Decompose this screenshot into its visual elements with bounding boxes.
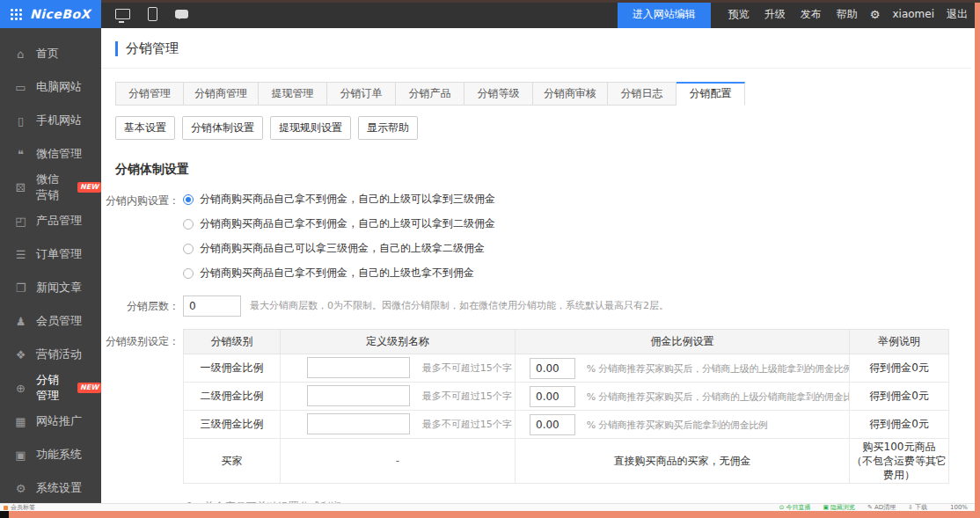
name-hint: 最多不可超过15个字 — [422, 362, 512, 374]
marketing-icon: ⚄ — [14, 181, 27, 194]
rate-input[interactable] — [530, 386, 575, 407]
sidebar-item[interactable]: ▣ 功能系统 — [0, 438, 101, 471]
rate-cell: % 分销商推荐买家购买后，分销商上级的上级能拿到的佣金比例 — [516, 354, 850, 383]
radio-icon[interactable] — [183, 244, 194, 254]
purchase-setting-label: 分销内购设置： — [101, 192, 179, 208]
sidebar-item[interactable]: ❖ 营销活动 — [0, 338, 101, 371]
clean-icon: ✎ — [867, 504, 873, 511]
level-name-input[interactable] — [307, 413, 410, 434]
table-row: 二级佣金比例 最多不可超过15个字 % 分销商推荐买家购买后，分销商的上级分销商… — [184, 383, 949, 411]
window-top-edge — [101, 0, 980, 3]
subtab-bar: 基本设置分销体制设置提现规则设置显示帮助 — [115, 116, 971, 140]
chat-icon[interactable] — [175, 10, 188, 18]
tab[interactable]: 分销等级 — [464, 82, 533, 106]
order-icon: ☰ — [14, 248, 27, 261]
col-header-level: 分销级别 — [184, 330, 281, 354]
sidebar-item-label: 网站推广 — [36, 413, 82, 429]
sidebar-item[interactable]: ☰ 订单管理 — [0, 237, 101, 271]
radio-option[interactable]: 分销商购买商品自己拿不到佣金，自己的上级可以拿到三级佣金 — [183, 192, 495, 207]
rate-input[interactable] — [530, 358, 575, 379]
header-link[interactable]: 帮助 — [837, 7, 858, 22]
tab[interactable]: 分销商审核 — [533, 82, 608, 106]
logo[interactable]: NiceBoX — [0, 0, 101, 28]
new-badge: NEW — [77, 182, 101, 193]
radio-icon[interactable] — [183, 219, 194, 230]
col-header-rate: 佣金比例设置 — [516, 330, 850, 354]
zoom-level[interactable]: 100% — [950, 504, 968, 511]
sidebar-item-label: 分销管理 — [36, 372, 69, 404]
radio-label: 分销商购买商品自己拿不到佣金，自己的上级可以拿到二级佣金 — [200, 216, 495, 231]
apps-grid-icon[interactable] — [10, 8, 22, 20]
level-cell: 三级佣金比例 — [184, 411, 281, 439]
sidebar-item-label: 微信管理 — [36, 146, 82, 162]
name-cell: 最多不可超过15个字 — [281, 354, 516, 383]
sidebar-item[interactable]: ▦ 网站推广 — [0, 405, 101, 438]
tab[interactable]: 分销日志 — [608, 82, 676, 106]
gear-icon[interactable]: ⚙ — [870, 8, 881, 21]
header-link[interactable]: 发布 — [801, 7, 822, 22]
wechat-icon: ❝ — [14, 148, 27, 161]
tag-icon — [4, 506, 8, 510]
sidebar-item-label: 手机网站 — [36, 113, 82, 128]
logout-link[interactable]: 退出 — [947, 7, 968, 22]
sidebar: ⌂ 首页 ▭ 电脑网站 ▯ 手机网站 ❝ 微 — [0, 28, 101, 503]
header-link[interactable]: 升级 — [764, 7, 786, 22]
distribution-icon: ⊕ — [14, 382, 27, 395]
name-cell: 最多不可超过15个字 — [281, 383, 516, 411]
tab[interactable]: 分销配置 — [676, 82, 745, 106]
sidebar-item[interactable]: ▯ 手机网站 — [0, 104, 101, 137]
mobile-icon[interactable] — [148, 7, 157, 21]
radio-option[interactable]: 分销商购买商品自己可以拿三级佣金，自己的上级拿二级佣金 — [183, 241, 495, 256]
sidebar-item[interactable]: ⌂ 首页 — [0, 37, 101, 70]
header-link[interactable]: 预览 — [728, 7, 750, 22]
sidebar-item[interactable]: ♟ 会员管理 — [0, 304, 101, 338]
radio-icon[interactable] — [183, 194, 194, 205]
desktop-icon[interactable] — [115, 9, 130, 19]
sidebar-item[interactable]: ⚙ 系统设置 — [0, 471, 101, 505]
sidebar-item[interactable]: ⚄ 微信营销 NEW — [0, 171, 101, 204]
sidebar-item[interactable]: ❝ 微信管理 — [0, 137, 101, 171]
top-header: NiceBoX 进入网站编辑 预览升级发布帮助 ⚙ xiaomei 退出 — [0, 0, 980, 28]
rate-description: % 分销商推荐买家购买后能拿到的佣金比例 — [587, 420, 768, 431]
radio-label: 分销商购买商品自己拿不到佣金，自己的上级可以拿到三级佣金 — [200, 192, 495, 207]
header-links: 预览升级发布帮助 — [711, 0, 870, 28]
browser-status-bar: 会员标签 ⊙ 今日直播 ▣ 隐藏浏览 ✎ AD清理 — [0, 503, 980, 511]
tab[interactable]: 分销商管理 — [184, 82, 259, 106]
layers-input[interactable] — [183, 295, 241, 317]
name-hint: 最多不可超过15个字 — [422, 390, 512, 402]
level-name-input[interactable] — [307, 385, 410, 406]
new-badge: NEW — [77, 383, 101, 393]
username[interactable]: xiaomei — [892, 8, 934, 20]
subtab-button[interactable]: 基本设置 — [115, 116, 175, 140]
tab[interactable]: 分销管理 — [115, 82, 184, 106]
subtab-button[interactable]: 分销体制设置 — [182, 116, 263, 140]
radio-icon[interactable] — [183, 268, 194, 279]
section-heading-system: 分销体制设置 — [115, 162, 971, 178]
sidebar-item-label: 订单管理 — [36, 246, 82, 262]
radio-option[interactable]: 分销商购买商品自己拿不到佣金，自己的上级可以拿到二级佣金 — [183, 216, 495, 231]
sidebar-item[interactable]: ▭ 电脑网站 — [0, 70, 101, 104]
tab-bar: 分销管理分销商管理提现管理分销订单分销产品分销等级分销商审核分销日志分销配置 — [115, 82, 971, 106]
sidebar-item[interactable]: ◰ 产品管理 — [0, 204, 101, 237]
tab[interactable]: 分销订单 — [327, 82, 396, 106]
level-cell: 一级佣金比例 — [184, 354, 281, 383]
level-name-input[interactable] — [307, 357, 410, 378]
tab[interactable]: 分销产品 — [396, 82, 464, 106]
radio-option[interactable]: 分销商购买商品自己拿不到佣金，自己的上级也拿不到佣金 — [183, 266, 495, 281]
settings-icon: ⚙ — [14, 482, 27, 495]
sidebar-item[interactable]: ❐ 新闻文章 — [0, 271, 101, 304]
commission-table: 分销级别 定义级别名称 佣金比例设置 举例说明 一级佣金比例 — [183, 329, 949, 484]
subtab-button[interactable]: 提现规则设置 — [270, 116, 351, 140]
enter-site-editor-button[interactable]: 进入网站编辑 — [618, 0, 711, 28]
table-row: 一级佣金比例 最多不可超过15个字 % 分销商推荐买家购买后，分销商上级的上级能… — [184, 354, 949, 383]
layers-hint: 最大分销商层数，0为不限制。因微信分销限制，如在微信使用分销功能，系统默认最高只… — [250, 295, 669, 317]
divider — [101, 68, 971, 69]
tab[interactable]: 提现管理 — [259, 82, 327, 106]
buyer-example-cell: 购买100元商品 （不包含运费等其它费用） — [850, 439, 949, 484]
member-icon: ♟ — [14, 315, 27, 328]
promotion-icon: ▦ — [14, 415, 27, 428]
sidebar-item-label: 产品管理 — [36, 213, 82, 229]
sidebar-item[interactable]: ⊕ 分销管理 NEW — [0, 371, 101, 405]
rate-input[interactable] — [530, 414, 575, 435]
subtab-button[interactable]: 显示帮助 — [358, 116, 418, 140]
